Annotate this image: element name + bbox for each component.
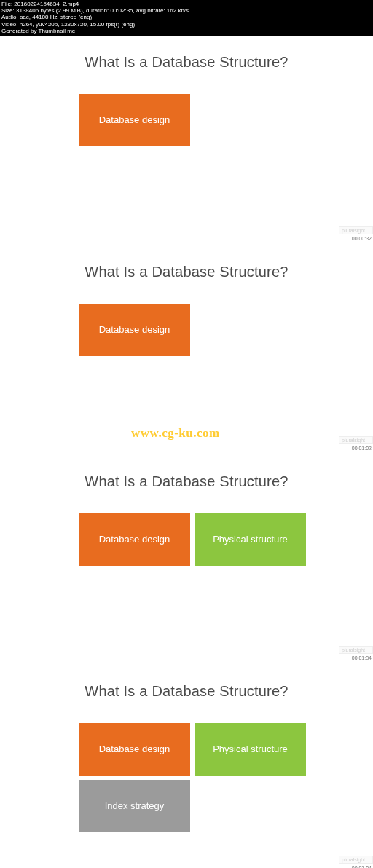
video-metadata-bar: File: 20160224154634_2.mp4 Size: 3138406… — [0, 0, 373, 36]
box-physical-structure: Physical structure — [195, 723, 306, 776]
box-database-design: Database design — [79, 513, 190, 566]
meta-video: Video: h264, yuv420p, 1280x720, 15.00 fp… — [1, 21, 372, 28]
slide-title: What Is a Database Structure? — [0, 264, 373, 280]
box-database-design: Database design — [79, 304, 190, 356]
slide-title: What Is a Database Structure? — [0, 54, 373, 71]
slide-title: What Is a Database Structure? — [0, 683, 373, 700]
box-row: Database design — [79, 304, 190, 356]
meta-audio: Audio: aac, 44100 Hz, stereo (eng) — [1, 14, 372, 20]
box-physical-structure: Physical structure — [195, 513, 306, 566]
box-database-design: Database design — [79, 94, 190, 146]
thumbnail-frame: What Is a Database Structure? Database d… — [0, 245, 373, 455]
box-row: Database design — [79, 94, 190, 146]
meta-size: Size: 3138406 bytes (2.99 MiB), duration… — [1, 7, 372, 14]
source-watermark: pluralsight — [339, 226, 373, 234]
box-row: Database design Physical structure — [79, 513, 306, 566]
thumbnail-frame: What Is a Database Structure? Database d… — [0, 455, 373, 665]
source-watermark: pluralsight — [339, 856, 373, 864]
frame-timestamp: 00:02:04 — [350, 865, 373, 868]
box-row: Index strategy — [79, 780, 190, 832]
source-watermark: pluralsight — [339, 646, 373, 654]
box-database-design: Database design — [79, 723, 190, 776]
box-row: Database design Physical structure — [79, 723, 306, 776]
meta-file: File: 20160224154634_2.mp4 — [1, 1, 372, 7]
thumbnail-frame: What Is a Database Structure? Database d… — [0, 665, 373, 868]
source-watermark: pluralsight — [339, 436, 373, 444]
frame-timestamp: 00:01:02 — [350, 446, 373, 451]
watermark-text: www.cg-ku.com — [131, 426, 220, 441]
meta-generator: Generated by Thumbnail me — [1, 28, 372, 34]
slide-title: What Is a Database Structure? — [0, 473, 373, 490]
box-index-strategy: Index strategy — [79, 780, 190, 832]
thumbnail-frame: What Is a Database Structure? Database d… — [0, 36, 373, 245]
thumbnail-grid: What Is a Database Structure? Database d… — [0, 36, 373, 868]
frame-timestamp: 00:00:32 — [350, 236, 373, 241]
frame-timestamp: 00:01:34 — [350, 655, 373, 660]
